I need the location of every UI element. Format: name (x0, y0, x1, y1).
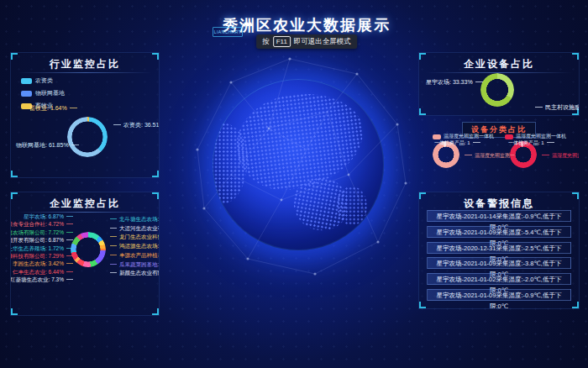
donut-label: 仁丰生态农业: 6.44% (13, 270, 73, 276)
label-text: 星宇农场: 6.87% (24, 213, 64, 219)
donut-label: 民主村设施服务中心: (535, 103, 580, 112)
label-text: 新颜生态农业有限公司: 6.87% (119, 270, 160, 276)
legend-item[interactable]: 物联网基地 (21, 89, 65, 97)
enterprise-right-labels: 北斗塘生态农场: 11.16%大运河生态农业有限责任公龙门生态农业科技有限公鸿运… (110, 192, 160, 316)
legend-swatch (505, 134, 513, 139)
alarm-row: 星宇农场-2021-01-09采集温度:-0.9℃,低于下限:0℃ (427, 289, 571, 301)
category-callout: 温湿度光照监测一 (542, 152, 580, 160)
fullscreen-exit-tooltip: 按 F11 即可退出全屏模式 (256, 34, 357, 49)
device-category-panel: 设备分类占比 温湿度光照监测一体机 一体机类产品: 1 温湿度光照监测一 温湿度… (418, 119, 580, 183)
title-divider (18, 72, 152, 73)
donut-label: 北斗塘生态农场: 11.16% (110, 217, 160, 223)
panel-title: 行业监控占比 (11, 57, 159, 71)
page-title: 秀洲区农业大数据展示 (25, 15, 588, 35)
corner-bracket (419, 302, 426, 308)
label-text: 物联网基地 (35, 89, 65, 97)
alarm-row: 星宇农场-2021-01-14采集温度:-0.9℃,低于下限:0℃ (427, 210, 571, 222)
label-text: 上华生态养殖场: 1.72% (10, 245, 64, 251)
label-text: 北斗塘生态农场: 11.16% (119, 216, 160, 222)
label-text: 鸿运源生态农场: 4.29% (119, 243, 160, 249)
f11-keycap: F11 (273, 36, 291, 47)
globe-continent (337, 187, 367, 225)
category-callout: 一体机类产品: 1 (434, 139, 480, 147)
donut-label: 红菱塘生态农业: 7.3% (10, 277, 73, 283)
donut-label: 农资类: 36.51% (113, 121, 160, 129)
label-text: 瓜果蔬菜园基地: 15.02% (119, 261, 160, 267)
alarm-row: 星宇农场-2021-01-02采集温度:-2.0℃,低于下限:0℃ (427, 273, 571, 285)
alarm-row: 星宇农场-2020-12-31采集温度:-2.5℃,低于下限:0℃ (427, 242, 571, 254)
panel-title: 企业设备占比 (419, 57, 579, 71)
globe-continent (231, 87, 370, 196)
dashboard-stage: LIANCHART 秀洲区农业大数据展示 按 F11 即可退出全屏模式 (0, 0, 588, 368)
donut-label: 新颜生态农业有限公司: 6.87% (110, 271, 160, 276)
device-ratio-panel: 企业设备占比 星宇农场: 33.33% 民主村设施服务中心: (418, 52, 580, 116)
donut-label: 鸿运源生态农场: 4.29% (110, 244, 160, 250)
corner-bracket (419, 108, 426, 115)
alarm-row: 星宇农场-2021-01-09采集温度:-5.4℃,低于下限:0℃ (427, 226, 571, 238)
brand-logo: LIANCHART (213, 27, 243, 37)
corner-bracket (419, 53, 426, 60)
tooltip-prefix: 按 (262, 37, 270, 47)
label-text: 国开发有限公司: 6.87% (10, 237, 64, 243)
donut-label: 星宇农场: 6.87% (24, 214, 73, 220)
donut-label: 大运河生态农业有限责任公 (110, 226, 160, 232)
alarm-list: 星宇农场-2021-01-14采集温度:-0.9℃,低于下限:0℃星宇农场-20… (427, 192, 571, 308)
donut-label: 国开发有限公司: 6.87% (10, 238, 73, 244)
corner-bracket (419, 192, 426, 199)
enterprise-donut-chart[interactable] (71, 232, 106, 267)
corner-bracket (11, 171, 18, 177)
legend-item[interactable]: 农资类 (21, 76, 65, 85)
industry-monitor-panel: 行业监控占比 农资类物联网基地畜牧业 畜牧业: 1.64% 农资类: 36.51… (10, 52, 160, 178)
category-callout: 温湿度光照监测一 (465, 152, 515, 160)
donut-label: 星宇农场: 33.33% (426, 78, 483, 87)
tooltip-suffix: 即可退出全屏模式 (294, 37, 351, 47)
enterprise-monitor-panel: 企业监控占比 星宇农场: 6.87%斜桥粮食专业合作社: 4.72%家庭农场有限… (10, 192, 160, 316)
alarm-row: 星宇农场-2021-01-09采集温度:-3.8℃,低于下限:0℃ (427, 257, 571, 269)
label-text: 斜桥粮食专业合作社: 4.72% (10, 221, 64, 227)
corner-bracket (152, 171, 159, 177)
donut-label: 李园生态农场: 3.42% (13, 261, 73, 267)
enterprise-left-labels: 星宇农场: 6.87%斜桥粮食专业合作社: 4.72%家庭农场有限公司: 7.7… (13, 192, 73, 316)
label-text: 家庭农场有限公司: 7.72% (10, 229, 64, 235)
donut-label: 上华生态养殖场: 1.72% (10, 246, 73, 252)
label-text: 仁丰生态农业: 6.44% (13, 269, 64, 275)
label-text: 丰源农产品种植养殖场: 1. (119, 252, 160, 258)
corner-bracket (572, 192, 579, 199)
donut-label: 中绿科技有限公司: 7.29% (10, 254, 73, 260)
label-text: 李园生态农场: 3.42% (13, 260, 64, 266)
corner-bracket (572, 53, 579, 60)
donut-label: 物联网基地: 61.85% (16, 141, 79, 150)
legend-swatch (21, 91, 32, 97)
label-text: 农资类 (35, 76, 53, 85)
label-text: 中绿科技有限公司: 7.29% (10, 253, 64, 259)
donut-label: 畜牧业: 1.64% (29, 104, 77, 113)
device-alarm-panel: 设备警报信息 星宇农场-2021-01-14采集温度:-0.9℃,低于下限:0℃… (418, 192, 580, 309)
corner-bracket (152, 53, 159, 60)
label-text: 大运河生态农业有限责任公 (119, 225, 160, 231)
donut-label: 丰源农产品种植养殖场: 1. (110, 253, 160, 259)
corner-bracket (572, 302, 579, 308)
label-text: 红菱塘生态农业: 7.3% (10, 276, 64, 282)
globe (213, 79, 384, 250)
donut-label: 龙门生态农业科技有限公 (110, 234, 160, 240)
label-text: 龙门生态农业科技有限公 (119, 234, 160, 239)
industry-donut-chart[interactable] (67, 117, 108, 157)
donut-label: 斜桥粮食专业合作社: 4.72% (10, 222, 73, 228)
device-donut-chart[interactable] (480, 73, 514, 107)
donut-label: 家庭农场有限公司: 7.72% (10, 230, 73, 236)
category-callout: 一体机类产品: 1 (508, 139, 554, 147)
corner-bracket (11, 53, 18, 60)
legend-swatch (433, 134, 441, 139)
legend-swatch (21, 78, 32, 84)
donut-label: 瓜果蔬菜园基地: 15.02% (110, 262, 160, 268)
